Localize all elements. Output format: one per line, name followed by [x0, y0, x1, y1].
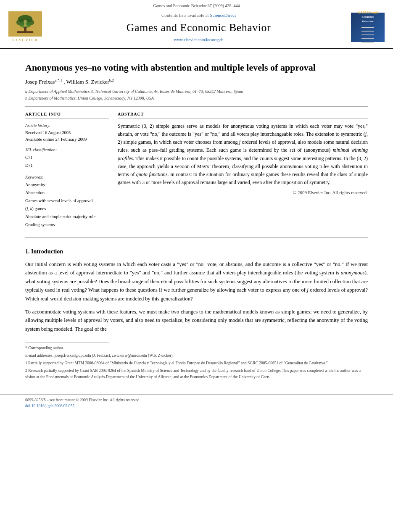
corresponding-author-note: * Corresponding author.: [25, 345, 368, 351]
author1-sup: a,*,1: [55, 78, 62, 82]
journal-title-section: Contents lists available at ScienceDirec…: [46, 12, 351, 43]
article-info-label: ARTICLE INFO: [25, 111, 109, 119]
intro-para1: Our initial concern is with voting syste…: [25, 260, 368, 303]
keyword-5: Absolute and simple strict majority rule: [25, 213, 109, 221]
footer-issn: 0899-8256/$ – see front matter © 2009 El…: [25, 397, 368, 403]
keyword-4: (j, k) games: [25, 205, 109, 213]
cover-title-line3: Behavior: [362, 19, 373, 24]
jel-label: JEL classification:: [25, 147, 109, 153]
author2-sup: b,2: [109, 78, 114, 82]
author1-name: Josep Freixas: [25, 79, 55, 85]
cover-title-line2: Economic: [361, 15, 374, 19]
introduction-heading: 1. Introduction: [25, 247, 368, 256]
abstract-column: ABSTRACT Symmetric (3, 2) simple games s…: [118, 111, 368, 233]
article-info-column: ARTICLE INFO Article history: Received 1…: [25, 111, 109, 233]
intro-para2: To accommodate voting systems with these…: [25, 308, 368, 334]
abstract-label: ABSTRACT: [118, 111, 368, 119]
affiliations: a Department of Applied Mathematics 3, T…: [25, 89, 368, 101]
main-content: Anonymous yes–no voting with abstention …: [0, 49, 393, 390]
journal-top-bar: Games and Economic Behavior 67 (2009) 42…: [0, 0, 393, 10]
header-divider: [25, 106, 368, 107]
cover-title-line1: GAMES and: [357, 10, 378, 15]
cover-lines: ▬▬▬▬▬▬▬▬▬▬▬▬▬▬▬▬▬▬▬▬▬▬▬▬▬: [361, 25, 374, 44]
email-footnote: E-mail addresses: josep.freixas@upc.edu …: [25, 353, 368, 358]
page-footer: 0899-8256/$ – see front matter © 2009 El…: [0, 394, 393, 411]
abstract-text: Symmetric (3, 2) simple games serve as m…: [118, 122, 368, 187]
copyright-line: © 2009 Elsevier Inc. All rights reserved…: [118, 189, 368, 196]
svg-point-7: [24, 20, 27, 23]
jel-group: JEL classification: C71 D71: [25, 147, 109, 170]
author2-name: , William S. Zwicker: [63, 79, 109, 85]
elsevier-logo-image: [8, 11, 42, 37]
affiliation-b: b Department of Mathematics, Union Colle…: [25, 95, 368, 101]
available-date: Available online 24 February 2009: [25, 136, 109, 143]
keywords-label: Keywords:: [25, 174, 109, 180]
journal-header: Games and Economic Behavior 67 (2009) 42…: [0, 0, 393, 49]
journal-volume-info: Games and Economic Behavior 67 (2009) 42…: [153, 3, 240, 8]
keyword-2: Abstention: [25, 189, 109, 197]
received-date: Received 16 August 2005: [25, 129, 109, 136]
affiliation-a: a Department of Applied Mathematics 3, T…: [25, 89, 368, 95]
footnote-divider: [25, 342, 109, 342]
history-label: Article history:: [25, 122, 109, 129]
page: Games and Economic Behavior 67 (2009) 42…: [0, 0, 393, 532]
elsevier-logo: ELSEVIER: [4, 11, 46, 43]
keywords-group: Keywords: Anonymity Abstention Games wit…: [25, 174, 109, 229]
elsevier-brand-text: ELSEVIER: [12, 37, 38, 43]
article-history-group: Article history: Received 16 August 2005…: [25, 122, 109, 143]
jel-d71: D71: [25, 162, 109, 170]
sciencedirect-link[interactable]: ScienceDirect: [210, 13, 236, 18]
journal-url[interactable]: www.elsevier.com/locate/geb: [46, 37, 351, 43]
contents-line: Contents lists available at ScienceDirec…: [46, 12, 351, 19]
article-title: Anonymous yes–no voting with abstention …: [25, 62, 368, 74]
jel-c71: C71: [25, 154, 109, 162]
jel-codes: C71 D71: [25, 154, 109, 170]
content-divider: [25, 237, 368, 238]
journal-main-title: Games and Economic Behavior: [46, 19, 351, 36]
keyword-1: Anonymity: [25, 181, 109, 189]
footnote-1: 1 Partially supported by Grant MTM 2006-…: [25, 360, 368, 366]
journal-cover-image: GAMES and Economic Behavior ▬▬▬▬▬▬▬▬▬▬▬▬…: [351, 13, 385, 42]
keyword-3: Games with several levels of approval: [25, 197, 109, 205]
svg-rect-6: [17, 31, 33, 33]
article-info-abstract: ARTICLE INFO Article history: Received 1…: [25, 111, 368, 233]
authors-line: Josep Freixasa,*,1 , William S. Zwickerb…: [25, 78, 368, 86]
elsevier-tree-svg: [13, 13, 38, 34]
keywords-list: Anonymity Abstention Games with several …: [25, 181, 109, 229]
footnote-2: 2 Research partially supported by Grant …: [25, 368, 368, 380]
keyword-6: Grading systems: [25, 221, 109, 229]
svg-rect-8: [24, 23, 26, 26]
footer-doi: doi:10.1016/j.geb.2008.09.035: [25, 403, 368, 409]
journal-header-content: ELSEVIER Contents lists available at Sci…: [0, 10, 393, 46]
